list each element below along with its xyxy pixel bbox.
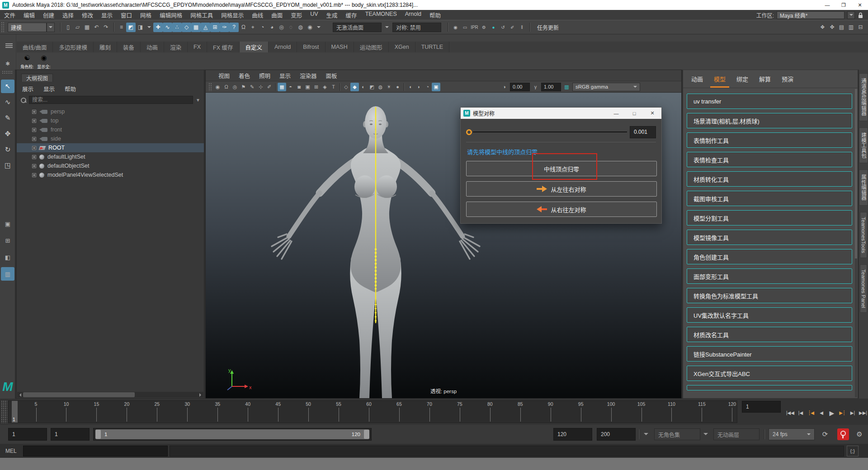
expand-icon[interactable] bbox=[32, 155, 36, 159]
tool-settings-toggle-icon[interactable]: ⊟ bbox=[856, 23, 865, 32]
lasso-select-tool[interactable]: ∿ bbox=[1, 95, 14, 109]
workspace-lock-icon[interactable] bbox=[858, 12, 863, 19]
scroll-right-icon[interactable] bbox=[198, 392, 203, 398]
right-panel-scrollbar[interactable] bbox=[855, 89, 857, 397]
paint-select-tool[interactable]: ✎ bbox=[1, 111, 14, 125]
mel-input-field[interactable] bbox=[23, 446, 168, 456]
workspace-selector[interactable]: Maya 经典* bbox=[777, 11, 844, 19]
timeline-grip[interactable] bbox=[1, 400, 7, 423]
attribute-editor-toggle-icon[interactable]: ▥ bbox=[846, 23, 856, 32]
workspace-dropdown-arrow-icon[interactable] bbox=[847, 11, 855, 19]
viewport-menu-item[interactable]: 面板 bbox=[321, 71, 342, 80]
select-component-icon[interactable]: ◨ bbox=[136, 23, 145, 32]
expand-icon[interactable] bbox=[32, 119, 36, 123]
exposure-icon[interactable]: ◑ bbox=[500, 83, 509, 91]
xray-joints-icon[interactable]: ◗ bbox=[415, 83, 423, 91]
sidebar-vertical-tab[interactable]: 通道盒/层编辑器 bbox=[859, 73, 868, 121]
tool-button[interactable] bbox=[687, 385, 852, 390]
menu-item[interactable]: TEAMONES bbox=[361, 11, 401, 19]
grid-toggle-icon[interactable]: ▦ bbox=[278, 83, 286, 91]
animation-end-field[interactable]: 200 bbox=[597, 428, 636, 441]
go-to-end-button[interactable]: ▶▶| bbox=[858, 408, 868, 418]
tool-button[interactable]: 链接SubstancePainter bbox=[687, 346, 852, 362]
right-panel-tab[interactable]: 绑定 bbox=[733, 70, 752, 88]
outliner-menu-item[interactable]: 帮助 bbox=[65, 85, 76, 93]
outliner-search-input[interactable] bbox=[29, 96, 193, 104]
ao-toggle-icon[interactable]: ▣ bbox=[432, 83, 440, 91]
expand-icon[interactable] bbox=[32, 128, 36, 132]
track-selection-icon[interactable]: ⌖ bbox=[248, 23, 258, 32]
snap-curve-icon[interactable]: ∿ bbox=[163, 23, 172, 32]
construction-plane-icon[interactable]: ◌ bbox=[286, 23, 296, 32]
right-panel-tab[interactable]: 动画 bbox=[688, 70, 707, 88]
render-settings-icon[interactable]: ⚙ bbox=[479, 23, 489, 32]
tolerance-value-field[interactable]: 0.001 bbox=[630, 126, 656, 138]
playback-range-slider[interactable]: 1 120 bbox=[93, 428, 372, 441]
smooth-shade-icon[interactable]: ◆ bbox=[350, 83, 359, 91]
play-forwards-button[interactable]: ▶ bbox=[827, 408, 837, 418]
shelf-options-icon[interactable]: ✱ bbox=[5, 61, 10, 67]
snap-rotate-icon[interactable]: ◔ bbox=[258, 23, 267, 32]
bookmark-icon[interactable]: ⚑ bbox=[239, 83, 248, 91]
viewport-menu-item[interactable]: 着色 bbox=[234, 71, 255, 80]
dialog-title-bar[interactable]: M 模型对称 —□✕ bbox=[461, 108, 661, 119]
wire-on-shaded-icon[interactable]: ◍ bbox=[376, 83, 385, 91]
layout-split-pane[interactable]: ◧ bbox=[1, 250, 14, 264]
range-end-handle[interactable] bbox=[364, 430, 369, 439]
scrollbar-thumb[interactable] bbox=[23, 392, 135, 397]
character-set-selector[interactable]: 无角色集 bbox=[654, 428, 700, 440]
move-tool[interactable]: ✥ bbox=[1, 127, 14, 141]
menu-set-selector[interactable]: 建模 bbox=[8, 23, 47, 32]
image-plane-icon[interactable]: ✎ bbox=[248, 83, 256, 91]
camera-settings-icon[interactable]: ◎ bbox=[231, 83, 239, 91]
right-panel-tab[interactable]: 模型 bbox=[710, 70, 729, 88]
lights-icon[interactable]: ☀ bbox=[385, 83, 393, 91]
anim-layer-arrow-icon[interactable] bbox=[703, 433, 708, 437]
viewport-menu-item[interactable]: 渲染器 bbox=[295, 71, 321, 80]
view-transform-icon[interactable]: ▥ bbox=[562, 83, 571, 91]
tolerance-slider-handle[interactable] bbox=[466, 129, 472, 135]
sidebar-vertical-tab[interactable]: 属性编辑器 bbox=[859, 169, 868, 206]
tool-button[interactable]: 转换角色为标准模型工具 bbox=[687, 288, 852, 303]
reflection-icon[interactable]: ◉ bbox=[305, 23, 315, 32]
tool-button[interactable]: 表情制作工具 bbox=[687, 132, 852, 148]
restore-button[interactable]: ❐ bbox=[835, 0, 852, 10]
menu-item[interactable]: 网格工具 bbox=[186, 11, 217, 19]
wireframe-icon[interactable]: ◇ bbox=[342, 83, 350, 91]
exposure-field[interactable]: 0.00 bbox=[510, 83, 530, 91]
menu-item[interactable]: 帮助 bbox=[425, 11, 445, 19]
snap-view-plane-icon[interactable]: ▦ bbox=[191, 23, 201, 32]
menu-item[interactable]: 曲面 bbox=[267, 11, 287, 19]
task-update-button[interactable]: 任务更新 bbox=[533, 24, 563, 31]
viewport-menu-item[interactable]: 显示 bbox=[275, 71, 295, 80]
xray-icon[interactable]: ◖ bbox=[406, 83, 415, 91]
construction-history-icon[interactable]: ◎ bbox=[277, 23, 286, 32]
shelf-tab[interactable]: Arnold bbox=[269, 42, 297, 52]
expand-icon[interactable] bbox=[32, 164, 36, 168]
dialog-close-button[interactable]: ✕ bbox=[643, 108, 661, 119]
outliner-item[interactable]: defaultLightSet bbox=[17, 152, 204, 161]
save-scene-icon[interactable]: ▦ bbox=[82, 23, 92, 32]
shelf-tab[interactable]: 装备 bbox=[117, 42, 141, 52]
shelf-tab[interactable]: 运动图形 bbox=[354, 42, 389, 52]
shelf-tab[interactable]: 曲线/曲面 bbox=[17, 42, 53, 52]
script-editor-icon[interactable]: {;} bbox=[847, 446, 859, 456]
shelf-tab[interactable]: 雕刻 bbox=[94, 42, 117, 52]
expand-icon[interactable] bbox=[32, 110, 36, 114]
menu-item[interactable]: 缓存 bbox=[342, 11, 361, 19]
outliner-panel-title[interactable]: 大纲视图 bbox=[21, 74, 53, 82]
tool-button[interactable]: 模型镜像工具 bbox=[687, 230, 852, 245]
menu-item[interactable]: 网格 bbox=[136, 11, 156, 19]
lock-camera-icon[interactable]: Ω bbox=[222, 83, 231, 91]
status-line-grip[interactable] bbox=[1, 22, 5, 33]
hypershade-icon[interactable]: ✐ bbox=[508, 23, 517, 32]
animation-layer-selector[interactable]: 无动画层 bbox=[713, 428, 760, 440]
range-start-handle[interactable] bbox=[95, 430, 101, 439]
select-hierarchy-icon[interactable]: ≡ bbox=[117, 23, 126, 32]
textured-icon[interactable]: ◩ bbox=[368, 83, 376, 91]
shelf-tab[interactable]: MASH bbox=[326, 42, 354, 52]
snap-together-icon[interactable]: ⊞ bbox=[210, 23, 220, 32]
isolate-select-icon[interactable]: ◔ bbox=[423, 83, 432, 91]
menu-item[interactable]: 曲线 bbox=[248, 11, 267, 19]
expand-icon[interactable] bbox=[32, 137, 36, 141]
